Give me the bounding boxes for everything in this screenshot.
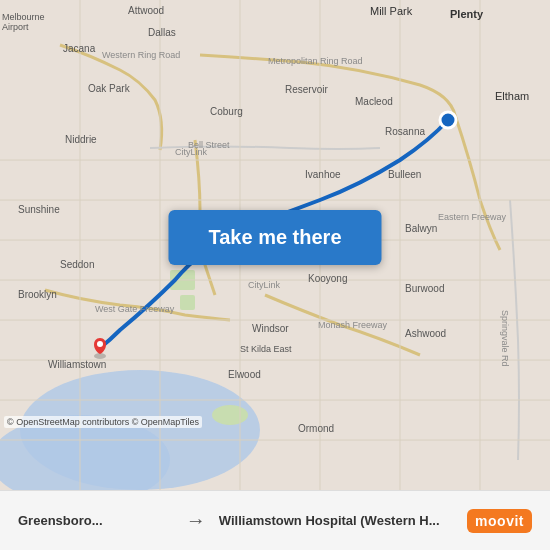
- svg-text:Eastern Freeway: Eastern Freeway: [438, 212, 507, 222]
- svg-text:West Gate Freeway: West Gate Freeway: [95, 304, 175, 314]
- svg-point-59: [440, 112, 456, 128]
- svg-text:Jacana: Jacana: [63, 43, 96, 54]
- svg-text:St Kilda East: St Kilda East: [240, 344, 292, 354]
- svg-text:Dallas: Dallas: [148, 27, 176, 38]
- svg-text:Ashwood: Ashwood: [405, 328, 446, 339]
- svg-text:Airport: Airport: [2, 22, 29, 32]
- svg-text:Metropolitan Ring Road: Metropolitan Ring Road: [268, 56, 363, 66]
- svg-text:Oak Park: Oak Park: [88, 83, 131, 94]
- svg-text:Springvale Rd: Springvale Rd: [500, 310, 510, 367]
- map-attribution: © OpenStreetMap contributors © OpenMapTi…: [4, 416, 202, 428]
- app-container: Plenty Mill Park Eltham Macleod Rosanna …: [0, 0, 550, 550]
- moovit-badge: moovit: [467, 509, 532, 533]
- svg-text:Mill Park: Mill Park: [370, 5, 413, 17]
- svg-point-5: [212, 405, 248, 425]
- svg-text:Balwyn: Balwyn: [405, 223, 437, 234]
- footer-from: Greensboro...: [10, 513, 181, 528]
- svg-text:Rosanna: Rosanna: [385, 126, 425, 137]
- svg-point-61: [97, 341, 103, 347]
- svg-text:Monash Freeway: Monash Freeway: [318, 320, 388, 330]
- origin-name: Greensboro...: [18, 513, 173, 528]
- svg-text:Ivanhoe: Ivanhoe: [305, 169, 341, 180]
- svg-text:Plenty: Plenty: [450, 8, 484, 20]
- svg-text:Macleod: Macleod: [355, 96, 393, 107]
- footer-to: Williamstown Hospital (Western H...: [211, 513, 459, 528]
- svg-rect-4: [180, 295, 195, 310]
- svg-text:Williamstown: Williamstown: [48, 359, 106, 370]
- destination-name: Williamstown Hospital (Western H...: [219, 513, 451, 528]
- svg-text:Kooyong: Kooyong: [308, 273, 347, 284]
- svg-text:Elwood: Elwood: [228, 369, 261, 380]
- svg-text:Melbourne: Melbourne: [2, 12, 45, 22]
- moovit-logo: moovit: [459, 509, 540, 533]
- svg-text:Coburg: Coburg: [210, 106, 243, 117]
- svg-text:Windsor: Windsor: [252, 323, 289, 334]
- direction-arrow: →: [181, 509, 211, 532]
- svg-text:Sunshine: Sunshine: [18, 204, 60, 215]
- svg-text:Eltham: Eltham: [495, 90, 529, 102]
- svg-text:Seddon: Seddon: [60, 259, 94, 270]
- svg-text:CityLink: CityLink: [248, 280, 281, 290]
- svg-text:Niddrie: Niddrie: [65, 134, 97, 145]
- svg-text:Western Ring Road: Western Ring Road: [102, 50, 180, 60]
- svg-text:Reservoir: Reservoir: [285, 84, 328, 95]
- svg-text:Bulleen: Bulleen: [388, 169, 421, 180]
- map-area: Plenty Mill Park Eltham Macleod Rosanna …: [0, 0, 550, 490]
- svg-text:Brooklyn: Brooklyn: [18, 289, 57, 300]
- svg-text:Burwood: Burwood: [405, 283, 444, 294]
- take-me-there-button[interactable]: Take me there: [168, 210, 381, 265]
- svg-text:Attwood: Attwood: [128, 5, 164, 16]
- svg-text:Ormond: Ormond: [298, 423, 334, 434]
- svg-text:CityLink: CityLink: [175, 147, 208, 157]
- footer: Greensboro... → Williamstown Hospital (W…: [0, 490, 550, 550]
